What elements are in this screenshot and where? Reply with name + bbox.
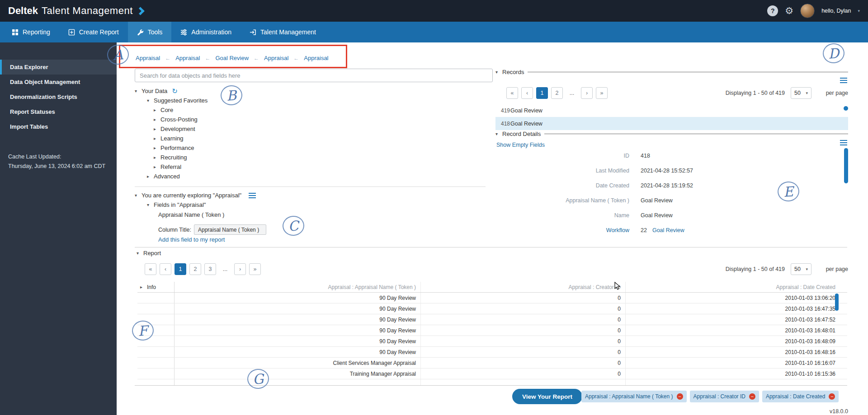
workflow-value-link[interactable]: Goal Review [652,227,684,233]
sidebar-item-data-explorer[interactable]: Data Explorer [0,60,117,75]
nav-item-administration[interactable]: Administration [171,22,241,42]
chip-appraisal-name[interactable]: Appraisal : Appraisal Name ( Token ) − [581,391,687,402]
first-page-button[interactable]: « [145,263,156,275]
caret-right-icon[interactable]: ▸ [154,124,160,134]
nav-item-talent-management[interactable]: Talent Management [241,22,325,42]
chip-date-created[interactable]: Appraisal : Date Created − [762,391,839,402]
caret-down-icon[interactable]: ▾ [137,251,143,256]
last-page-button[interactable]: » [596,87,608,99]
remove-chip-icon[interactable]: − [749,393,755,400]
field-name[interactable]: Appraisal Name ( Token ) [158,211,224,218]
record-details-scrollbar-thumb[interactable] [844,148,848,183]
info-column-header[interactable]: ▸ Info [137,282,175,292]
nav-item-create-report[interactable]: Create Report [59,22,128,42]
gear-icon[interactable]: ⚙ [785,5,793,16]
caret-right-icon[interactable]: ▸ [154,105,160,115]
help-icon[interactable]: ? [767,5,778,16]
record-list-item-selected[interactable]: 418 Goal Review [495,117,848,130]
page-button-1[interactable]: 1 [175,263,186,275]
table-row[interactable]: 90 Day Review 0 2010-01-03 16:48:01 [137,325,847,336]
column-header-date-created[interactable]: Appraisal : Date Created [626,282,847,292]
table-row-partial[interactable] [137,379,847,385]
tree-item-cross-posting[interactable]: ▸ Cross-Posting [135,115,208,124]
field-list-icon[interactable] [249,193,256,198]
nav-item-reporting[interactable]: Reporting [3,22,59,42]
tree-item-your-data[interactable]: ▾ Your Data ↻ [135,86,208,96]
breadcrumb-item[interactable]: Appraisal [304,55,328,61]
sidebar-item-report-statuses[interactable]: Report Statuses [0,104,117,119]
sidebar-item-data-object-management[interactable]: Data Object Management [0,75,117,89]
add-field-link[interactable]: Add this field to my report [158,236,225,243]
tree-item-advanced[interactable]: ▸ Advanced [135,172,208,181]
column-header-creator-id[interactable]: Appraisal : Creator ID [421,282,626,292]
remove-chip-icon[interactable]: − [829,393,835,400]
page-button-2[interactable]: 2 [551,87,563,99]
tree-item-development[interactable]: ▸ Development [135,124,208,134]
view-your-report-button[interactable]: View Your Report [512,389,582,404]
last-page-button[interactable]: » [249,263,261,275]
table-row[interactable]: Client Services Manager Appraisal 0 2010… [137,358,847,368]
caret-right-icon[interactable]: ▸ [154,162,160,172]
page-button-2[interactable]: 2 [189,263,201,275]
table-row[interactable]: 90 Day Review 0 2010-01-03 16:48:09 [137,336,847,347]
prev-page-button[interactable]: ‹ [160,263,171,275]
caret-down-icon[interactable]: ▾ [147,202,154,207]
show-empty-fields-link[interactable]: Show Empty Fields [496,142,545,148]
caret-down-icon[interactable]: ▾ [135,193,142,198]
caret-right-icon[interactable]: ▸ [154,115,160,124]
table-row[interactable]: 90 Day Review 0 2010-01-03 16:47:35 [137,303,847,314]
caret-down-icon[interactable]: ▾ [495,131,502,136]
nav-item-tools[interactable]: Tools [128,22,172,42]
record-details-list-icon[interactable] [840,140,847,145]
report-scrollbar-thumb[interactable] [835,294,839,311]
records-scrollbar-thumb[interactable] [844,106,848,111]
caret-right-icon[interactable]: ▸ [154,143,160,153]
remove-chip-icon[interactable]: − [677,393,683,400]
table-row[interactable]: 90 Day Review 0 2010-01-03 16:48:16 [137,347,847,358]
table-row[interactable]: Training Manager Appraisal 0 2010-01-10 … [137,368,847,379]
report-table: ▸ Info Appraisal : Appraisal Name ( Toke… [137,282,847,385]
tree-item-performance[interactable]: ▸ Performance [135,143,208,153]
breadcrumb-item[interactable]: Goal Review [215,55,249,61]
top-header-bar: Deltek Talent Management ? ⚙ hello, Dyla… [0,0,868,22]
tree-item-recruiting[interactable]: ▸ Recruiting [135,153,208,162]
column-title-input[interactable] [194,224,266,235]
record-list-item[interactable]: 419 Goal Review [495,104,848,117]
caret-down-icon[interactable]: ▾ [495,70,502,75]
tree-item-suggested-favorites[interactable]: ▾ Suggested Favorites [135,96,208,105]
table-row[interactable]: 90 Day Review 0 2010-01-03 16:47:52 [137,314,847,325]
main-content: Appraisal ← Appraisal ← Goal Review ← Ap… [117,42,868,415]
search-input[interactable] [135,69,493,82]
user-greeting[interactable]: hello, Dylan [821,8,851,14]
tree-item-referral[interactable]: ▸ Referral [135,162,208,172]
per-page-select[interactable]: 50 ▾ [791,87,811,99]
records-list-icon[interactable] [840,78,847,83]
sidebar-item-import-tables[interactable]: Import Tables [0,119,117,134]
caret-down-icon[interactable]: ▾ [147,96,154,105]
caret-right-icon[interactable]: ▸ [154,153,160,162]
caret-right-icon[interactable]: ▸ [154,134,160,143]
breadcrumb-item[interactable]: Appraisal [136,55,160,61]
tree-item-core[interactable]: ▸ Core [135,105,208,115]
caret-right-icon[interactable]: ▸ [147,172,154,181]
prev-page-button[interactable]: ‹ [521,87,533,99]
tree-item-learning[interactable]: ▸ Learning [135,134,208,143]
breadcrumb-item[interactable]: Appraisal [264,55,288,61]
column-header-appraisal-name[interactable]: Appraisal : Appraisal Name ( Token ) [175,282,421,292]
caret-down-icon[interactable]: ▾ [135,86,142,96]
avatar[interactable] [800,4,815,18]
breadcrumb-item[interactable]: Appraisal [175,55,200,61]
first-page-button[interactable]: « [506,87,518,99]
page-button-3[interactable]: 3 [204,263,216,275]
next-page-button[interactable]: › [581,87,593,99]
per-page-select[interactable]: 50 ▾ [791,263,811,275]
page-button-1[interactable]: 1 [536,87,548,99]
next-page-button[interactable]: › [234,263,246,275]
sidebar-item-denormalization-scripts[interactable]: Denormalization Scripts [0,89,117,104]
chip-creator-id[interactable]: Appraisal : Creator ID − [690,391,759,402]
refresh-icon[interactable]: ↻ [172,86,178,96]
table-row[interactable]: 90 Day Review 0 2010-01-03 13:06:20 [137,293,847,303]
chevron-down-icon[interactable]: ▾ [858,9,860,13]
caret-right-icon[interactable]: ▸ [140,282,147,293]
workflow-link[interactable]: Workflow [495,227,629,233]
